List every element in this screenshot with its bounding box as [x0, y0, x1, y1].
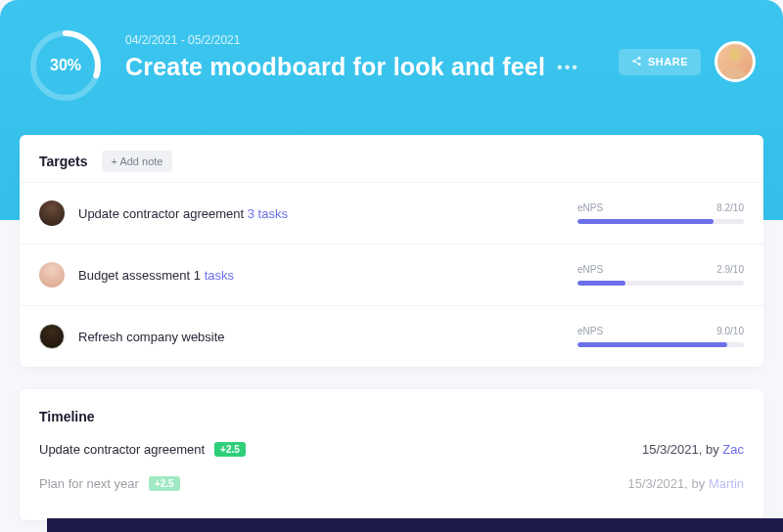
metric-bar	[577, 281, 744, 286]
target-text: Budget assessment 1 tasks	[78, 268, 577, 283]
tasks-link[interactable]: tasks	[205, 268, 234, 283]
more-menu-icon[interactable]: •••	[557, 59, 579, 76]
tasks-link[interactable]: 3 tasks	[248, 206, 288, 221]
timeline-meta: 15/3/2021, by Zac	[642, 442, 744, 457]
metric: eNPS 9.0/10	[577, 326, 744, 347]
share-label: SHARE	[648, 56, 688, 67]
share-button[interactable]: SHARE	[619, 49, 701, 75]
target-row[interactable]: Update contractor agreement 3 tasks eNPS…	[20, 182, 763, 244]
assignee-avatar	[39, 200, 65, 226]
metric-bar	[577, 219, 744, 224]
metric-score: 8.2/10	[716, 202, 744, 213]
assignee-avatar	[39, 324, 65, 349]
user-avatar[interactable]	[714, 41, 756, 82]
delta-badge: +2.5	[214, 442, 246, 457]
target-text: Refresh company website	[78, 330, 577, 344]
page-title: Create moodboard for look and feel	[125, 53, 545, 81]
share-icon	[631, 56, 642, 68]
header-text: 04/2/2021 - 05/2/2021 Create moodboard f…	[125, 27, 619, 81]
timeline-card: Timeline Update contractor agreement +2.…	[20, 389, 763, 520]
target-row[interactable]: Budget assessment 1 tasks eNPS 2.9/10	[20, 244, 763, 305]
metric-label: eNPS	[577, 326, 603, 336]
timeline-text: Plan for next year	[39, 476, 139, 491]
author-link[interactable]: Martin	[709, 476, 744, 491]
date-range: 04/2/2021 - 05/2/2021	[125, 33, 619, 47]
progress-percent: 30%	[27, 27, 104, 104]
metric: eNPS 2.9/10	[577, 264, 744, 286]
targets-card: Targets + Add note Update contractor agr…	[20, 135, 763, 367]
metric-label: eNPS	[577, 264, 603, 275]
metric-score: 9.0/10	[716, 326, 744, 336]
svg-point-2	[638, 56, 641, 59]
author-link[interactable]: Zac	[722, 442, 744, 457]
metric: eNPS 8.2/10	[577, 202, 744, 224]
timeline-title: Timeline	[39, 409, 744, 424]
delta-badge: +2.5	[149, 476, 180, 491]
metric-score: 2.9/10	[716, 264, 744, 275]
targets-title: Targets	[39, 154, 88, 169]
timeline-row[interactable]: Update contractor agreement +2.5 15/3/20…	[39, 432, 744, 466]
target-text: Update contractor agreement 3 tasks	[78, 206, 577, 221]
metric-label: eNPS	[577, 202, 603, 213]
svg-point-3	[632, 60, 635, 63]
progress-ring: 30%	[27, 27, 104, 104]
timeline-meta: 15/3/2021, by Martin	[627, 476, 744, 491]
svg-point-4	[638, 63, 641, 66]
target-row[interactable]: Refresh company website eNPS 9.0/10	[20, 305, 763, 367]
bottom-strip	[47, 518, 783, 532]
assignee-avatar	[39, 262, 65, 288]
timeline-text: Update contractor agreement	[39, 442, 205, 457]
metric-bar	[577, 342, 744, 347]
add-note-button[interactable]: + Add note	[102, 151, 173, 172]
timeline-row[interactable]: Plan for next year +2.5 15/3/2021, by Ma…	[39, 466, 744, 501]
